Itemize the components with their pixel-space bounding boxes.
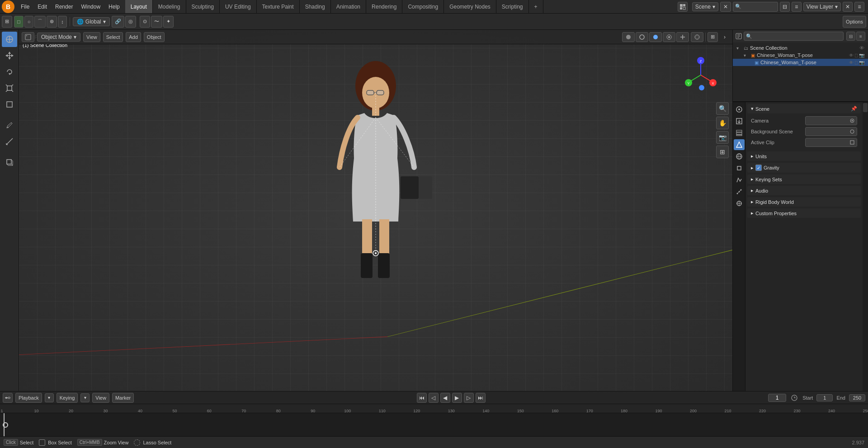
transform-tool[interactable]: [2, 97, 17, 112]
keying-dropdown[interactable]: ▾: [45, 393, 54, 402]
props-tab-particles[interactable]: [734, 186, 745, 197]
scene-section-header[interactable]: ▾ Scene 📌: [747, 104, 861, 113]
keying-sets-header[interactable]: ▸ Keying Sets: [747, 174, 861, 184]
move-tool[interactable]: [2, 48, 17, 63]
viewport-canvas[interactable]: User Perspective (1) Scene Collection Z …: [19, 30, 732, 391]
custom-props-header[interactable]: ▸ Custom Properties: [747, 208, 861, 218]
jump-end-button[interactable]: ⏭: [476, 393, 486, 403]
props-tab-world[interactable]: [734, 151, 745, 162]
scene-selector[interactable]: Scene ▾: [692, 2, 718, 11]
menu-help[interactable]: Help: [105, 3, 123, 11]
audio-section-header[interactable]: ▸ Audio: [747, 186, 861, 195]
render-icon[interactable]: 📷: [859, 53, 864, 58]
tab-scripting[interactable]: Scripting: [496, 0, 529, 13]
outliner-settings[interactable]: ≡: [856, 32, 865, 41]
props-tab-object[interactable]: [734, 163, 745, 174]
viewport[interactable]: Object Mode ▾ View Select Add Object: [19, 30, 732, 391]
rotate-tool[interactable]: [2, 64, 17, 80]
menu-window[interactable]: Window: [77, 3, 104, 11]
select-menu[interactable]: Select: [103, 32, 123, 42]
view-menu-tl[interactable]: View: [92, 393, 109, 403]
keying-menu[interactable]: Keying: [57, 393, 78, 403]
play-button[interactable]: ▶: [452, 393, 462, 403]
options-btn[interactable]: Options: [843, 16, 866, 28]
select-box-tool[interactable]: □: [14, 16, 24, 28]
eye-icon-2[interactable]: 👁: [849, 60, 854, 65]
filter-icon[interactable]: ⊟: [780, 2, 790, 12]
tab-layout[interactable]: Layout: [125, 0, 153, 13]
playback-menu[interactable]: Playback: [15, 393, 42, 403]
viewport-gizmo[interactable]: Z X Y: [683, 57, 719, 93]
end-frame-input[interactable]: 250: [849, 394, 865, 401]
render-icon-2[interactable]: 📷: [859, 60, 864, 65]
tab-uv-editing[interactable]: UV Editing: [220, 0, 257, 13]
transform-selector[interactable]: 🌐 Global ▾: [73, 17, 110, 26]
clock-icon[interactable]: [790, 393, 799, 402]
props-scrollbar[interactable]: [863, 102, 868, 391]
viewport-chevron-right[interactable]: ›: [720, 32, 730, 42]
object-menu[interactable]: Object: [144, 32, 165, 42]
add-menu[interactable]: Add: [126, 32, 141, 42]
menu-file[interactable]: File: [17, 3, 33, 11]
extras-btn[interactable]: ✦: [163, 16, 174, 28]
proportional-edit[interactable]: ◎: [125, 16, 136, 28]
outliner-search[interactable]: 🔍: [744, 32, 844, 41]
visibility-icon[interactable]: 👁: [859, 45, 864, 51]
props-tab-modifier[interactable]: [734, 174, 745, 185]
move-tool[interactable]: ↕: [58, 16, 67, 28]
props-tab-scene[interactable]: [734, 139, 745, 150]
outliner-item-scene-collection[interactable]: ▾ 🗂 Scene Collection 👁: [733, 44, 868, 52]
rigid-body-header[interactable]: ▸ Rigid Body World: [747, 197, 861, 207]
start-frame-input[interactable]: 1: [816, 394, 833, 401]
bg-scene-field[interactable]: [805, 127, 857, 136]
scene-icon[interactable]: ✕: [720, 2, 731, 12]
play-reverse-button[interactable]: ◀: [440, 393, 450, 403]
select-circle-tool[interactable]: ○: [24, 16, 34, 28]
measure-tool[interactable]: [2, 134, 17, 149]
prev-keyframe-button[interactable]: ◁: [429, 393, 439, 403]
camera-field[interactable]: [805, 116, 857, 125]
camera-link-icon[interactable]: [848, 117, 857, 125]
mode-selector[interactable]: Object Mode ▾: [37, 33, 80, 42]
viewport-icon[interactable]: [678, 2, 688, 12]
settings-icon[interactable]: ≡: [792, 2, 802, 12]
proportional-btn[interactable]: 〜: [151, 16, 162, 28]
bg-scene-icon[interactable]: [848, 127, 857, 136]
scene-pin-icon[interactable]: 📌: [851, 106, 857, 112]
units-section-header[interactable]: ▸ Units: [747, 151, 861, 161]
timeline-editor-icon[interactable]: [3, 393, 13, 403]
props-tab-view-layer[interactable]: [734, 127, 745, 138]
viewport-shading-wire[interactable]: [636, 32, 648, 42]
viewport-icon[interactable]: ⎕: [855, 53, 858, 58]
hand-tool[interactable]: ✋: [716, 117, 729, 129]
viewport-pie-menu[interactable]: ⊞: [708, 32, 718, 42]
next-keyframe-button[interactable]: ▷: [464, 393, 474, 403]
view-layer-icon[interactable]: ✕: [843, 2, 853, 12]
viewport-icon-2[interactable]: ⎕: [855, 60, 858, 65]
view-menu[interactable]: View: [83, 32, 100, 42]
outliner-filter[interactable]: ⊟: [846, 32, 855, 41]
tab-sculpting[interactable]: Sculpting: [186, 0, 220, 13]
tab-texture-paint[interactable]: Texture Paint: [257, 0, 300, 13]
tab-rendering[interactable]: Rendering: [366, 0, 402, 13]
annotate-tool[interactable]: [2, 118, 17, 133]
editor-type-button[interactable]: ⊞: [2, 16, 12, 28]
active-clip-icon[interactable]: [848, 138, 857, 146]
frame-all-button[interactable]: ⊞: [716, 146, 729, 158]
props-tab-physics[interactable]: [734, 198, 745, 209]
current-frame-display[interactable]: 1: [768, 394, 786, 402]
viewport-gizmo-toggle[interactable]: [676, 32, 689, 42]
scale-tool[interactable]: [2, 80, 17, 96]
view-layer-settings-icon[interactable]: ≡: [854, 2, 864, 12]
camera-view-button[interactable]: 📷: [716, 131, 729, 144]
menu-render[interactable]: Render: [52, 3, 76, 11]
add-workspace-button[interactable]: +: [529, 0, 543, 13]
gravity-checkbox[interactable]: ✓: [755, 165, 762, 171]
zoom-in-button[interactable]: 🔍: [716, 102, 729, 115]
tab-shading[interactable]: Shading: [300, 0, 331, 13]
blender-logo[interactable]: B: [2, 0, 14, 13]
viewport-shading-solid[interactable]: [622, 32, 635, 42]
props-tab-render[interactable]: [734, 104, 745, 115]
outliner-item-collection[interactable]: ▾ ▣ Chinese_Woman_T-pose 👁 ⎕ 📷: [733, 52, 868, 59]
cursor-tool[interactable]: [2, 32, 17, 47]
